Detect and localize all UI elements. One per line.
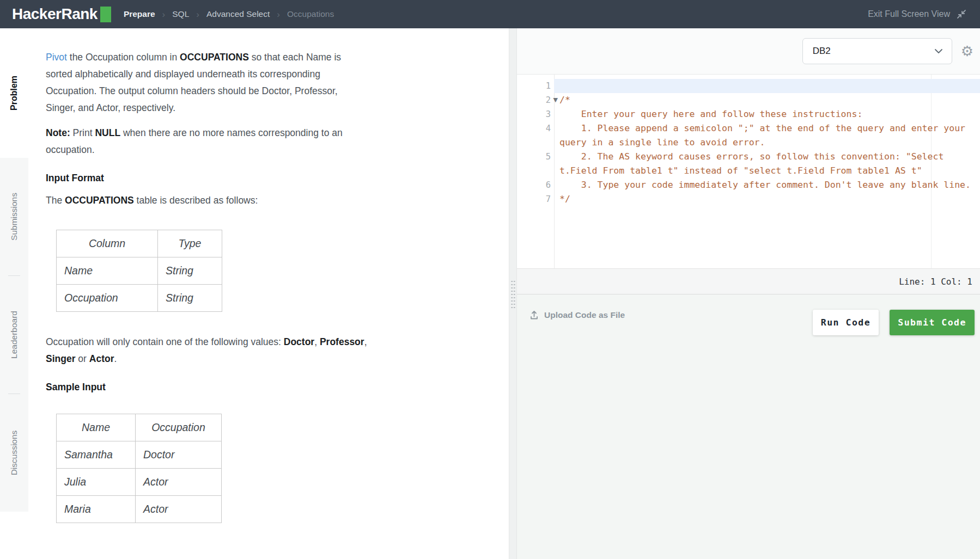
input-format-heading: Input Format [46,173,509,184]
editor-settings-gear-icon[interactable]: ⚙ [961,44,973,58]
hackerrank-logo[interactable]: HackerRank [12,5,111,23]
tab-problem-label: Problem [9,76,19,110]
sample-input-table: Name Occupation Samantha Doctor Julia Ac… [56,414,222,523]
run-code-button[interactable]: Run Code [813,310,879,335]
chevron-down-icon [934,48,943,54]
submit-code-button[interactable]: Submit Code [890,310,975,335]
table-row: Julia Actor [57,469,222,496]
collapse-icon [956,9,967,20]
cursor-position: Line: 1 Col: 1 [899,277,972,287]
tab-discussions-label: Discussions [9,431,19,476]
schema-type-header: Type [158,230,222,257]
problem-paragraph: Pivot the Occupation column in OCCUPATIO… [46,49,367,116]
upload-icon [529,310,539,320]
code-line: 3 Enter your query here and follow these… [517,107,980,121]
values-paragraph: Occupation will only contain one of the … [46,334,367,367]
code-fold-icon[interactable]: ▼ [553,93,558,107]
sample-name-header: Name [57,414,136,441]
breadcrumb: Prepare › SQL › Advanced Select › Occupa… [124,9,334,19]
exit-fullscreen-label: Exit Full Screen View [868,9,950,19]
language-selected: DB2 [813,46,831,57]
breadcrumb-sql[interactable]: SQL [172,9,189,19]
pivot-link[interactable]: Pivot [46,52,67,63]
code-line: 7 */ [517,192,980,206]
table-row: Name String [57,257,222,285]
tab-leaderboard[interactable]: Leaderboard [0,276,28,394]
line-number: 4 [517,121,554,136]
code-line: 1 [517,79,980,93]
table-row: Occupation String [57,285,222,312]
problem-statement-panel: Pivot the Occupation column in OCCUPATIO… [28,28,509,559]
exit-fullscreen-button[interactable]: Exit Full Screen View [868,9,967,20]
chevron-right-icon: › [277,10,280,19]
line-number: 3 [517,107,554,121]
line-number: 2 [517,93,554,107]
upload-label: Upload Code as File [544,310,625,320]
input-format-paragraph: The OCCUPATIONS table is described as fo… [46,192,367,209]
breadcrumb-prepare[interactable]: Prepare [124,9,155,19]
schema-col-header: Column [57,230,158,257]
table-row: Column Type [57,230,222,257]
schema-table: Column Type Name String Occupation Strin… [56,230,222,312]
inactive-tab-group: Submissions Leaderboard Discussions [0,158,28,512]
editor-topbar: DB2 ⚙ [517,28,980,75]
code-editor-panel: DB2 ⚙ 1 2 ▼ /* [517,28,980,559]
code-line: 4 1. Please append a semicolon ";" at th… [517,121,980,150]
editor-actions: Upload Code as File Run Code Submit Code [517,294,980,559]
tab-problem[interactable]: Problem [0,28,28,158]
code-line: 5 2. The AS keyword causes errors, so fo… [517,150,980,178]
chevron-right-icon: › [196,10,199,19]
breadcrumb-advanced-select[interactable]: Advanced Select [206,9,270,19]
action-buttons: Run Code Submit Code [813,310,975,335]
left-tab-strip: Problem Submissions Leaderboard Discussi… [0,28,28,559]
chevron-right-icon: › [162,10,166,19]
table-row: Maria Actor [57,496,222,523]
upload-code-button[interactable]: Upload Code as File [529,310,625,320]
sample-input-heading: Sample Input [46,382,509,393]
breadcrumb-occupations: Occupations [287,9,334,19]
tab-strip-filler [0,512,28,559]
main-split: Problem Submissions Leaderboard Discussi… [0,28,980,559]
top-navbar: HackerRank Prepare › SQL › Advanced Sele… [0,0,980,28]
logo-green-block-icon [100,7,111,22]
code-line: 2 ▼ /* [517,93,980,107]
line-number: 7 [517,192,554,206]
drag-grip-icon [510,280,515,310]
language-dropdown[interactable]: DB2 [802,38,952,64]
line-number: 1 [517,79,554,93]
logo-text: HackerRank [12,5,98,23]
panel-resize-handle[interactable] [509,28,517,559]
table-row: Samantha Doctor [57,441,222,469]
tab-submissions[interactable]: Submissions [0,158,28,275]
tab-submissions-label: Submissions [9,193,19,241]
table-row: Name Occupation [57,414,222,441]
editor-statusbar: Line: 1 Col: 1 [517,268,980,294]
code-editor-area[interactable]: 1 2 ▼ /* 3 Enter your query here and fol… [517,75,980,268]
tab-discussions[interactable]: Discussions [0,394,28,512]
note-paragraph: Note: Print NULL when there are no more … [46,125,367,158]
line-number: 6 [517,178,554,192]
code-line: 6 3. Type your code immediately after co… [517,178,980,192]
sample-occupation-header: Occupation [136,414,222,441]
tab-leaderboard-label: Leaderboard [9,311,19,359]
line-number: 5 [517,150,554,164]
